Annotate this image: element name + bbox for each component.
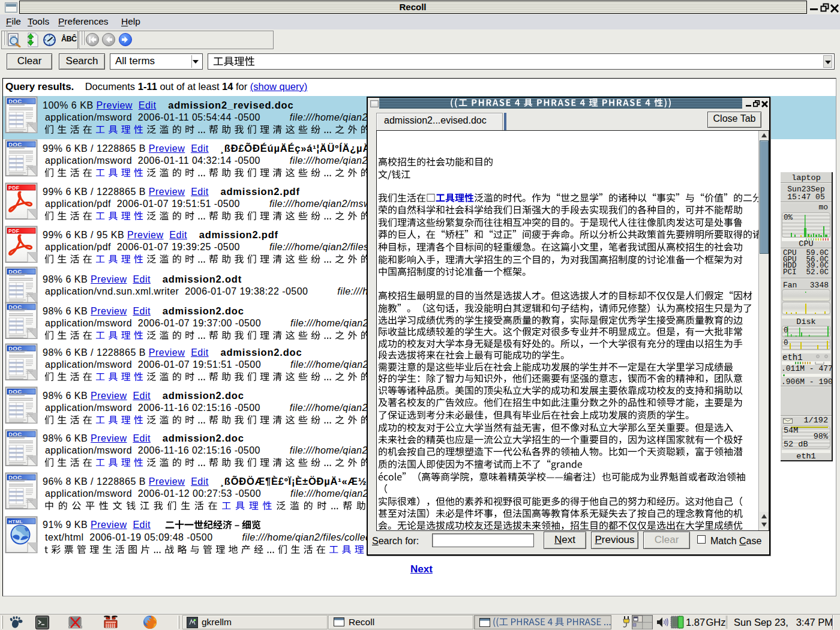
svg-text:PDF: PDF — [8, 185, 20, 191]
svg-text:PDF: PDF — [8, 228, 20, 234]
svg-text:HTML: HTML — [8, 519, 23, 524]
